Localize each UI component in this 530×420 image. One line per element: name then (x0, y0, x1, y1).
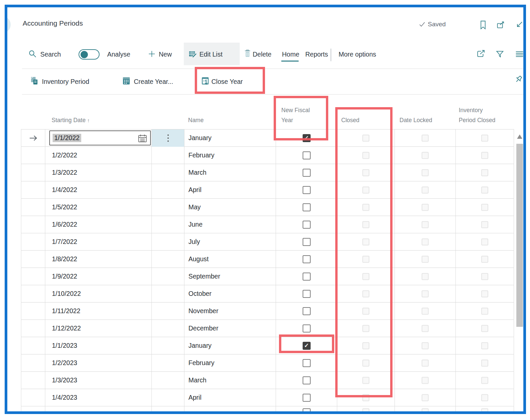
starting-date-cell[interactable]: 1/8/2022 1/8/2022 (45, 251, 152, 268)
new-fiscal-year-cell[interactable] (276, 354, 337, 372)
table-row[interactable]: 1/11/2022 1/11/2022 November (21, 303, 514, 320)
tab-home[interactable]: Home (282, 51, 299, 58)
row-options-cell[interactable] (152, 181, 184, 199)
table-row[interactable]: 1/2/2023 1/2/2023 February (21, 354, 514, 372)
row-options-cell[interactable] (152, 303, 184, 320)
row-options-cell[interactable] (152, 164, 184, 181)
new-fiscal-year-checkbox[interactable] (303, 376, 311, 384)
new-fiscal-year-cell[interactable] (276, 199, 337, 216)
name-cell[interactable]: March (184, 372, 276, 389)
new-fiscal-year-cell[interactable] (276, 233, 337, 251)
new-fiscal-year-checkbox[interactable] (303, 273, 311, 281)
share-icon[interactable] (476, 49, 485, 59)
pin-icon[interactable] (513, 75, 523, 85)
table-row[interactable]: 1/10/2022 1/10/2022 October (21, 285, 514, 303)
ellipsis-menu-icon[interactable] (167, 134, 169, 142)
row-selector-cell[interactable] (21, 337, 45, 354)
starting-date-cell[interactable]: 1/1/2022 1/1/2022 (45, 129, 152, 147)
new-fiscal-year-checkbox[interactable] (303, 203, 311, 211)
tab-reports[interactable]: Reports (305, 51, 328, 58)
name-cell[interactable]: February (184, 147, 276, 164)
collapse-arrow-icon[interactable] (515, 20, 524, 29)
name-cell[interactable]: July (184, 233, 276, 251)
new-fiscal-year-checkbox[interactable] (303, 359, 311, 367)
new-fiscal-year-checkbox[interactable] (303, 169, 311, 177)
row-selector-cell[interactable] (21, 285, 45, 303)
new-fiscal-year-checkbox[interactable] (303, 394, 311, 402)
row-options-cell[interactable] (152, 251, 184, 268)
new-fiscal-year-checkbox[interactable] (303, 238, 311, 246)
name-cell[interactable]: April (184, 389, 276, 406)
starting-date-cell[interactable]: 1/11/2022 1/11/2022 (45, 303, 152, 320)
starting-date-cell[interactable]: 1/10/2022 1/10/2022 (45, 285, 152, 303)
calendar-icon[interactable] (137, 134, 147, 143)
table-row[interactable]: 1/3/2022 1/3/2022 March (21, 164, 514, 181)
row-selector-cell[interactable] (21, 354, 45, 372)
scrollbar-up-arrow[interactable] (517, 134, 522, 139)
name-cell[interactable]: November (184, 303, 276, 320)
row-selector-cell[interactable] (21, 251, 45, 268)
new-fiscal-year-cell[interactable] (276, 285, 337, 303)
column-header-date-locked[interactable]: Date Locked (399, 115, 432, 125)
name-cell[interactable]: January (184, 129, 276, 147)
search-button[interactable]: Search (40, 51, 61, 58)
row-selector-cell[interactable] (21, 147, 45, 164)
table-row[interactable]: 1/4/2023 1/4/2023 April (21, 389, 514, 406)
row-options-cell[interactable] (152, 233, 184, 251)
new-fiscal-year-cell[interactable] (276, 251, 337, 268)
starting-date-cell[interactable]: 1/4/2022 1/4/2022 (45, 181, 152, 199)
starting-date-cell[interactable]: 1/6/2022 1/6/2022 (45, 216, 152, 233)
analyse-toggle[interactable] (79, 49, 100, 60)
row-selector-cell[interactable] (21, 406, 45, 412)
create-year-button[interactable]: Create Year... (134, 78, 173, 86)
table-row[interactable]: 1/2/2022 1/2/2022 February (21, 147, 514, 164)
row-options-cell[interactable] (152, 268, 184, 285)
row-selector-cell[interactable] (21, 199, 45, 216)
table-row[interactable]: 1/4/2022 1/4/2022 April (21, 181, 514, 199)
row-options-cell[interactable] (152, 199, 184, 216)
starting-date-cell[interactable]: 1/3/2022 1/3/2022 (45, 164, 152, 181)
table-row[interactable] (21, 406, 514, 412)
column-header-inventory-period-closed[interactable]: Inventory Period Closed (459, 105, 495, 125)
name-cell[interactable]: December (184, 320, 276, 337)
new-fiscal-year-cell[interactable] (276, 164, 337, 181)
table-row[interactable]: 1/5/2022 1/5/2022 May (21, 199, 514, 216)
starting-date-cell[interactable] (45, 406, 152, 412)
new-fiscal-year-checkbox[interactable] (303, 408, 311, 412)
row-options-cell[interactable] (152, 372, 184, 389)
starting-date-input[interactable]: 1/1/2022 (49, 130, 151, 145)
more-options-button[interactable]: More options (339, 51, 376, 58)
name-cell[interactable] (184, 406, 276, 412)
open-in-window-icon[interactable] (496, 21, 505, 30)
starting-date-cell[interactable]: 1/7/2022 1/7/2022 (45, 233, 152, 251)
new-fiscal-year-cell[interactable] (276, 389, 337, 406)
table-row[interactable]: 1/9/2022 1/9/2022 September (21, 268, 514, 285)
new-fiscal-year-cell[interactable] (276, 181, 337, 199)
new-fiscal-year-cell[interactable] (276, 372, 337, 389)
row-selector-cell[interactable] (21, 164, 45, 181)
filter-icon[interactable] (495, 50, 504, 59)
row-selector-cell[interactable] (21, 268, 45, 285)
name-cell[interactable]: August (184, 251, 276, 268)
new-fiscal-year-cell[interactable] (276, 216, 337, 233)
row-options-cell[interactable] (152, 406, 184, 412)
starting-date-cell[interactable]: 1/2/2023 1/2/2023 (45, 354, 152, 372)
starting-date-cell[interactable]: 1/5/2022 1/5/2022 (45, 199, 152, 216)
row-selector-cell[interactable] (21, 216, 45, 233)
table-row[interactable]: 1/3/2023 1/3/2023 March (21, 372, 514, 389)
starting-date-cell[interactable]: 1/12/2022 1/12/2022 (45, 320, 152, 337)
table-row[interactable]: 1/8/2022 1/8/2022 August (21, 251, 514, 268)
new-fiscal-year-checkbox[interactable] (303, 186, 311, 194)
new-fiscal-year-checkbox[interactable] (303, 221, 311, 229)
new-fiscal-year-cell[interactable] (276, 268, 337, 285)
new-fiscal-year-checkbox[interactable] (303, 151, 311, 159)
name-cell[interactable]: September (184, 268, 276, 285)
row-selector-cell[interactable] (21, 303, 45, 320)
table-row[interactable]: 1/7/2022 1/7/2022 July (21, 233, 514, 251)
row-options-cell[interactable] (152, 129, 184, 147)
name-cell[interactable]: February (184, 354, 276, 372)
starting-date-cell[interactable]: 1/1/2023 1/1/2023 (45, 337, 152, 354)
scrollbar-thumb[interactable] (516, 144, 523, 327)
table-row[interactable]: 1/1/2022 1/1/2022 January (21, 129, 514, 147)
row-selector-cell[interactable] (21, 129, 45, 147)
